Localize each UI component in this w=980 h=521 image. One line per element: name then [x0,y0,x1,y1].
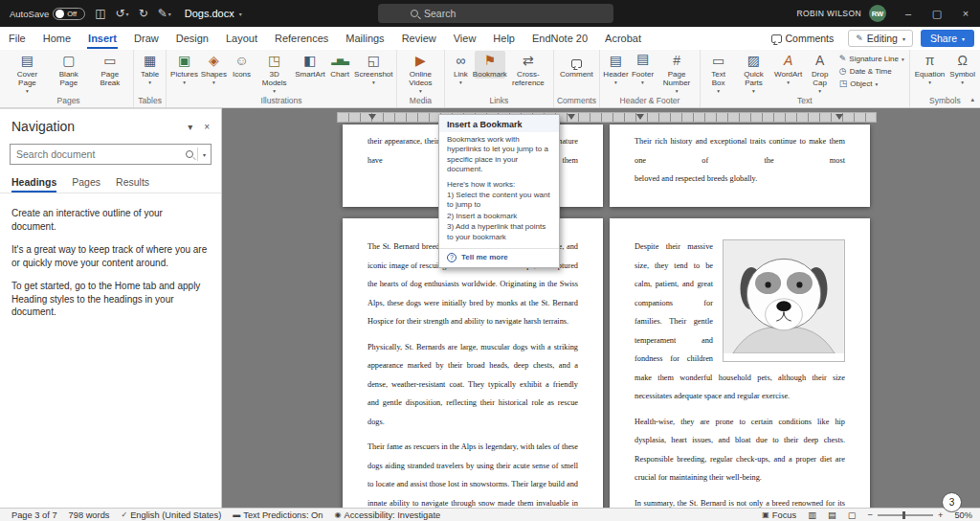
tab-mailings[interactable]: Mailings [337,27,392,50]
pen-chevron-icon[interactable]: ▾ [168,11,171,17]
tab-review[interactable]: Review [393,27,445,50]
tab-insert[interactable]: Insert [79,27,125,50]
object-icon: ◳ [839,79,848,88]
online-videos-button[interactable]: ▶ Online Videos ▾ [400,51,441,94]
pen-icon[interactable]: ✎ [158,7,167,20]
redo-icon[interactable]: ↻ [139,7,148,20]
footer-button[interactable]: ▤ Footer ▾ [630,51,656,85]
margin-marker[interactable] [568,114,575,120]
close-button[interactable]: × [951,0,980,27]
indent-marker[interactable] [636,114,644,120]
zoom-out-button[interactable]: − [868,510,873,520]
page-number-button[interactable]: # Page Number ▾ [657,51,697,94]
table-button[interactable]: ▦ Table ▾ [137,51,163,85]
button-label: Bookmark [473,70,507,79]
signature-line-button[interactable]: ✎ Signature Line ▾ [839,54,904,63]
document-page-4[interactable]: Despite their massive size, they tend to… [610,218,870,508]
3d-models-button[interactable]: ◳ 3D Models ▾ [256,51,293,94]
shapes-button[interactable]: ◈ Shapes ▾ [200,51,228,85]
autosave-control[interactable]: AutoSave Off [10,8,85,20]
document-search-box[interactable]: ▾ [10,144,212,165]
zoom-slider-thumb[interactable] [902,511,905,519]
cover-page-button[interactable]: ▤ Cover Page ▾ [7,51,48,94]
nav-tab-headings[interactable]: Headings [11,176,56,193]
search-box[interactable]: Search [378,4,613,23]
autosave-toggle[interactable]: Off [53,8,85,20]
nav-tab-pages[interactable]: Pages [72,176,100,193]
pane-options-chevron-icon[interactable]: ▾ [188,122,192,132]
collapse-ribbon-icon[interactable]: ▴ [970,96,974,103]
nav-tab-results[interactable]: Results [116,176,149,193]
web-layout-button[interactable]: ▢ [848,510,857,520]
share-button[interactable]: Share ▾ [921,30,974,47]
zoom-in-button[interactable]: + [938,510,943,520]
text-box-button[interactable]: ▭ Text Box ▾ [703,51,733,94]
tell-me-more-link[interactable]: ? Tell me more [439,248,559,267]
page-break-button[interactable]: ▭ Page Break [90,51,131,87]
pictures-button[interactable]: ▣ Pictures ▾ [169,51,199,85]
margin-marker[interactable] [835,114,843,120]
focus-mode-button[interactable]: ▣ Focus [762,510,796,520]
document-search-input[interactable] [11,148,186,160]
editing-mode-button[interactable]: ✎ Editing ▾ [848,30,913,47]
tab-layout[interactable]: Layout [217,27,266,50]
wordart-button[interactable]: A WordArt ▾ [774,51,803,85]
header-button[interactable]: ▤ Header ▾ [603,51,629,85]
tab-file[interactable]: File [0,27,34,50]
link-button[interactable]: ∞ Link ▾ [448,51,474,85]
undo-chevron-icon[interactable]: ▾ [126,11,129,17]
search-options-chevron-icon[interactable]: ▾ [203,151,206,158]
bookmark-tooltip: Insert a Bookmark Bookmarks work with hy… [438,114,560,268]
read-mode-button[interactable]: ▥ [808,510,816,520]
text-predictions-indicator[interactable]: Text Predictions: On [243,510,323,520]
document-page[interactable]: Their rich history and exceptional trait… [610,125,870,207]
save-icon[interactable]: ◫ [95,7,105,20]
drop-cap-button[interactable]: A Drop Cap ▾ [804,51,836,94]
word-count[interactable]: 798 words [69,510,110,520]
zoom-level[interactable]: 50% [954,510,972,520]
blank-page-button[interactable]: ▢ Blank Page [49,51,89,87]
bookmark-button[interactable]: ⚑ Bookmark [475,51,505,79]
document-title[interactable]: Dogs.docx ▾ [185,8,242,19]
object-button[interactable]: ◳ Object ▾ [839,79,904,88]
page-indicator[interactable]: Page 3 of 7 [11,510,57,520]
zoom-slider[interactable] [878,514,933,516]
chart-button[interactable]: ▂▅▃ Chart [327,51,353,79]
document-canvas[interactable]: their appearance, their loyal temperamen… [222,108,980,508]
date-time-button[interactable]: ◷ Date & Time [839,66,904,76]
equation-button[interactable]: π Equation ▾ [913,51,947,85]
group-label-links: Links [489,95,508,107]
tab-home[interactable]: Home [34,27,79,50]
screenshot-button[interactable]: ◱ Screenshot ▾ [354,51,393,85]
quick-parts-button[interactable]: ▨ Quick Parts ▾ [734,51,773,94]
accessibility-indicator[interactable]: Accessibility: Investigate [344,510,440,520]
minimize-button[interactable]: – [894,0,923,27]
tab-design[interactable]: Design [167,27,217,50]
print-layout-button[interactable]: ▤ [828,510,836,520]
indent-marker[interactable] [368,114,376,120]
icons-button[interactable]: ☺ Icons [229,51,255,79]
search-icon[interactable] [186,150,193,158]
undo-icon[interactable]: ↺ [116,7,125,20]
button-label: Blank Page [51,70,87,87]
comments-button[interactable]: Comments [765,31,841,46]
cross-reference-button[interactable]: ⇄ Cross-reference [506,51,550,87]
avatar[interactable]: RW [869,5,886,22]
ribbon: ▤ Cover Page ▾ ▢ Blank Page ▭ Page Break… [0,50,980,108]
close-pane-icon[interactable]: × [204,122,210,132]
language-indicator[interactable]: English (United States) [130,510,221,520]
maximize-button[interactable]: ▢ [923,0,951,27]
tab-references[interactable]: References [266,27,337,50]
tab-draw[interactable]: Draw [125,27,167,50]
tab-acrobat[interactable]: Acrobat [596,27,650,50]
tab-help[interactable]: Help [484,27,523,50]
smartart-button[interactable]: ◧ SmartArt [294,51,325,79]
chart-icon: ▂▅▃ [331,53,348,69]
user-name[interactable]: ROBIN WILSON [796,9,861,18]
tab-endnote[interactable]: EndNote 20 [523,27,596,50]
tab-view[interactable]: View [445,27,485,50]
comment-button[interactable]: Comment [558,51,595,79]
horizontal-ruler[interactable] [337,112,877,123]
st-bernard-photo[interactable] [723,239,845,362]
symbol-button[interactable]: Ω Symbol ▾ [947,51,977,85]
